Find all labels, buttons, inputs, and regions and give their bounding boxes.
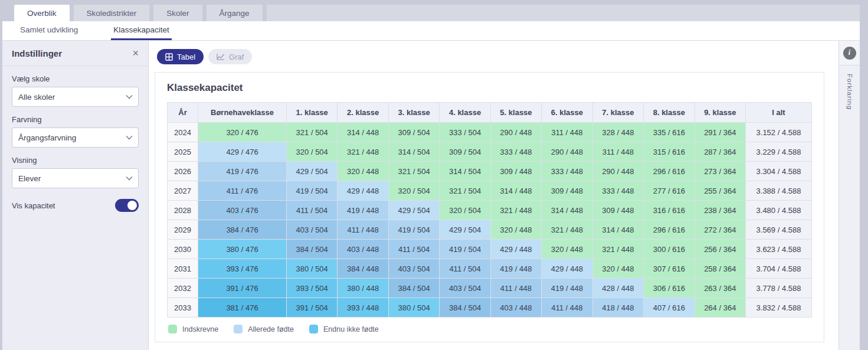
select-visning[interactable]: Elever: [12, 168, 139, 188]
total-cell: 3.304 / 4.588: [746, 162, 812, 181]
capacity-cell: 307 / 616: [644, 259, 695, 279]
total-cell: 3.480 / 4.588: [746, 201, 812, 220]
year-cell: 2031: [168, 259, 198, 279]
capacity-cell: 419 / 448: [338, 201, 388, 220]
capacity-cell: 380 / 448: [338, 279, 388, 298]
legend-item: Indskrevne: [168, 325, 218, 333]
col-header: I alt: [746, 103, 812, 123]
page-title: Klassekapacitet: [167, 82, 812, 94]
legend: IndskrevneAllerede fødteEndnu ikke fødte: [168, 325, 812, 333]
graph-view-button[interactable]: Graf: [208, 49, 252, 64]
year-cell: 2024: [168, 123, 198, 142]
tab-skoler[interactable]: Skoler: [153, 5, 202, 21]
capacity-cell: 403 / 504: [388, 259, 439, 279]
capacity-cell: 263 / 364: [695, 279, 746, 298]
legend-swatch: [309, 325, 318, 333]
table-view-button[interactable]: Tabel: [157, 49, 204, 64]
subtab-samlet-udvikling[interactable]: Samlet udvikling: [18, 21, 80, 40]
rail-body[interactable]: Forklaring: [839, 66, 860, 350]
capacity-cell: 384 / 504: [388, 279, 439, 298]
table-row: 2025429 / 476320 / 504321 / 448314 / 504…: [168, 142, 812, 162]
legend-item: Endnu ikke fødte: [309, 325, 379, 333]
select-vælg-skole[interactable]: Alle skoler: [12, 87, 139, 107]
select-farvning[interactable]: Årgangsfarvning: [12, 127, 139, 148]
total-cell: 3.569 / 4.588: [746, 220, 812, 240]
capacity-cell: 411 / 448: [338, 220, 388, 240]
sidebar-header: Indstillinger ×: [2, 41, 148, 66]
explanation-rail: i Forklaring: [838, 41, 860, 350]
capacity-cell: 411 / 504: [287, 201, 338, 220]
capacity-cell: 315 / 616: [644, 142, 695, 162]
capacity-cell: 419 / 504: [440, 240, 490, 259]
total-cell: 3.152 / 4.588: [746, 123, 812, 142]
total-cell: 3.704 / 4.588: [746, 259, 812, 279]
col-header: 9. klasse: [695, 103, 746, 123]
capacity-cell: 314 / 504: [388, 142, 439, 162]
capacity-table: ÅrBørnehaveklasse1. klasse2. klasse3. kl…: [167, 102, 812, 318]
capacity-cell: 309 / 504: [388, 123, 439, 142]
close-icon[interactable]: ×: [132, 48, 139, 58]
capacity-cell: 311 / 448: [592, 142, 643, 162]
total-cell: 3.778 / 4.588: [746, 279, 812, 298]
table-row: 2026419 / 476429 / 504320 / 448321 / 504…: [168, 162, 812, 181]
subtab-klassekapacitet[interactable]: Klassekapacitet: [111, 21, 172, 40]
year-cell: 2032: [168, 279, 198, 298]
capacity-cell: 411 / 476: [198, 181, 287, 201]
capacity-toggle-row: Vis kapacitet: [12, 199, 139, 212]
capacity-cell: 296 / 616: [644, 162, 695, 181]
capacity-cell: 320 / 504: [440, 201, 490, 220]
capacity-cell: 320 / 504: [388, 181, 439, 201]
capacity-cell: 335 / 616: [644, 123, 695, 142]
rail-top: i: [839, 41, 860, 66]
tab-skoledistrikter[interactable]: Skoledistrikter: [74, 5, 150, 21]
main-content: Tabel Graf Klassekapacitet ÅrBørnehavekl…: [149, 41, 838, 350]
legend-swatch: [168, 325, 177, 333]
select-value: Årgangsfarvning: [18, 133, 76, 142]
table-row: 2029384 / 476403 / 504411 / 448419 / 504…: [168, 220, 812, 240]
capacity-cell: 291 / 364: [695, 123, 746, 142]
chevron-down-icon: [126, 94, 133, 99]
capacity-cell: 296 / 616: [644, 220, 695, 240]
table-row: 2030380 / 476384 / 504403 / 448411 / 504…: [168, 240, 812, 259]
tab-overblik[interactable]: Overblik: [14, 5, 70, 21]
info-icon[interactable]: i: [843, 47, 856, 60]
capacity-cell: 429 / 448: [542, 259, 592, 279]
capacity-cell: 393 / 504: [287, 279, 338, 298]
capacity-cell: 403 / 504: [287, 220, 338, 240]
capacity-cell: 403 / 476: [198, 201, 287, 220]
capacity-cell: 272 / 364: [695, 220, 746, 240]
capacity-cell: 306 / 616: [644, 279, 695, 298]
capacity-cell: 320 / 448: [338, 162, 388, 181]
legend-label: Indskrevne: [182, 325, 218, 333]
capacity-cell: 300 / 616: [644, 240, 695, 259]
capacity-cell: 411 / 448: [542, 298, 592, 318]
settings-sidebar: Indstillinger × Vælg skoleAlle skolerFar…: [2, 41, 149, 350]
capacity-cell: 258 / 364: [695, 259, 746, 279]
year-cell: 2026: [168, 162, 198, 181]
year-cell: 2033: [168, 298, 198, 318]
capacity-cell: 321 / 504: [388, 162, 439, 181]
col-header: Børnehaveklasse: [198, 103, 287, 123]
capacity-card: Klassekapacitet ÅrBørnehaveklasse1. klas…: [155, 72, 824, 342]
capacity-toggle[interactable]: [115, 199, 139, 212]
sub-tab-bar: Samlet udviklingKlassekapacitet: [2, 21, 860, 41]
tab-årgange[interactable]: Årgange: [207, 5, 263, 21]
year-cell: 2025: [168, 142, 198, 162]
graph-icon: [217, 53, 225, 60]
capacity-cell: 333 / 448: [542, 162, 592, 181]
capacity-cell: 320 / 448: [542, 240, 592, 259]
chevron-down-icon: [126, 176, 133, 181]
table-row: 2027411 / 476419 / 504429 / 448320 / 504…: [168, 181, 812, 201]
capacity-cell: 380 / 504: [388, 298, 439, 318]
capacity-cell: 419 / 448: [490, 259, 541, 279]
capacity-cell: 320 / 504: [287, 142, 338, 162]
capacity-cell: 411 / 504: [388, 240, 439, 259]
field-label-1: Farvning: [12, 115, 139, 124]
table-row: 2028403 / 476411 / 504419 / 448429 / 504…: [168, 201, 812, 220]
legend-swatch: [234, 325, 243, 333]
view-toggle-bar: Tabel Graf: [149, 41, 838, 64]
capacity-cell: 309 / 448: [490, 162, 541, 181]
capacity-cell: 314 / 448: [338, 123, 388, 142]
capacity-cell: 290 / 448: [542, 142, 592, 162]
table-row: 2032391 / 476393 / 504380 / 448384 / 504…: [168, 279, 812, 298]
